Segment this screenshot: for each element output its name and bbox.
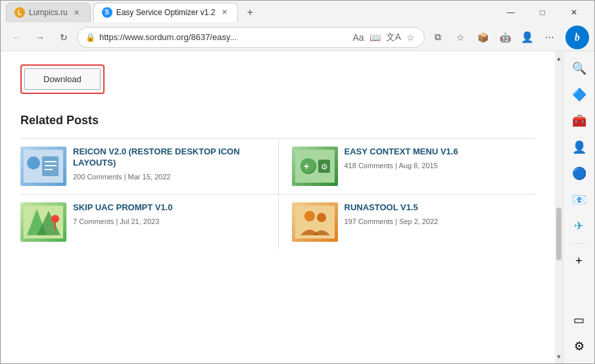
related-post-2[interactable]: + ⚙ EASY CONTEXT MENU V1.6 418 Comments … xyxy=(278,138,536,194)
sidebar-divider xyxy=(571,243,587,244)
related-posts-grid: REICON V2.0 (RESTORE DESKTOP ICON LAYOUT… xyxy=(20,138,535,250)
sidebar-compose-icon[interactable]: 🔷 xyxy=(567,83,591,106)
favorites-icon[interactable]: ☆ xyxy=(405,31,416,44)
back-button[interactable]: ← xyxy=(6,27,27,48)
tab1-close[interactable]: ✕ xyxy=(72,7,82,18)
svg-text:⚙: ⚙ xyxy=(321,162,328,171)
post2-thumbnail: + ⚙ xyxy=(292,147,338,186)
sidebar-send-icon[interactable]: ✈ xyxy=(567,214,591,238)
post3-thumbnail xyxy=(20,202,66,242)
scroll-thumb[interactable] xyxy=(556,208,561,260)
download-button-wrapper: Download xyxy=(20,64,105,94)
new-tab-button[interactable]: + xyxy=(241,3,259,22)
post2-info: EASY CONTEXT MENU V1.6 418 Comments | Au… xyxy=(345,147,536,170)
post3-title: SKIP UAC PROMPT V1.0 xyxy=(73,202,265,214)
tab-easy-service[interactable]: S Easy Service Optimizer v1.2 ✕ xyxy=(93,3,239,22)
scroll-up-arrow[interactable]: ▲ xyxy=(555,53,563,64)
profile-btn[interactable]: 👤 xyxy=(517,27,538,48)
post3-info: SKIP UAC PROMPT V1.0 7 Comments | Jul 21… xyxy=(73,202,265,225)
translate-icon[interactable]: 文A xyxy=(385,30,402,45)
bing-logo: b xyxy=(575,32,580,43)
post2-title: EASY CONTEXT MENU V1.6 xyxy=(345,147,536,158)
scroll-down-arrow[interactable]: ▼ xyxy=(555,351,563,362)
sidebar-settings-icon[interactable]: ⚙ xyxy=(567,334,591,358)
bing-button[interactable]: b xyxy=(565,26,589,49)
refresh-button[interactable]: ↻ xyxy=(53,27,74,48)
content-area: Download Related Posts xyxy=(1,51,594,363)
window-controls: — □ ✕ xyxy=(496,3,589,22)
download-button[interactable]: Download xyxy=(24,68,101,90)
title-bar: L Lumpics.ru ✕ S Easy Service Optimizer … xyxy=(1,1,594,24)
post1-info: REICON V2.0 (RESTORE DESKTOP ICON LAYOUT… xyxy=(73,147,265,181)
svg-point-18 xyxy=(304,211,315,221)
page-scrollbar[interactable]: ▲ ▼ xyxy=(555,51,563,363)
maximize-button[interactable]: □ xyxy=(527,3,558,22)
more-options-btn[interactable]: ⋯ xyxy=(539,27,560,48)
related-posts-section: Related Posts xyxy=(20,114,535,250)
lock-icon: 🔒 xyxy=(85,33,95,42)
post2-date: Aug 8, 2015 xyxy=(398,162,437,170)
post2-meta: 418 Comments | Aug 8, 2015 xyxy=(345,162,536,170)
post1-title: REICON V2.0 (RESTORE DESKTOP ICON LAYOUT… xyxy=(73,147,265,169)
sidebar-search-icon[interactable]: 🔍 xyxy=(567,57,591,80)
tab2-close[interactable]: ✕ xyxy=(219,7,229,18)
related-posts-title: Related Posts xyxy=(20,114,535,130)
svg-point-1 xyxy=(27,156,40,170)
close-button[interactable]: ✕ xyxy=(559,3,589,22)
sidebar-add-icon[interactable]: + xyxy=(567,249,591,273)
tab-lumpics[interactable]: L Lumpics.ru ✕ xyxy=(6,3,91,22)
post4-date: Sep 2, 2022 xyxy=(399,217,438,225)
post4-title: RUNASTOOL V1.5 xyxy=(345,202,536,214)
post1-meta: 200 Comments | Mar 15, 2022 xyxy=(73,173,265,181)
svg-point-15 xyxy=(51,215,59,223)
post4-thumbnail xyxy=(292,202,338,242)
tab2-favicon: S xyxy=(102,7,112,18)
related-post-3[interactable]: SKIP UAC PROMPT V1.0 7 Comments | Jul 21… xyxy=(20,194,278,250)
tab1-title: Lumpics.ru xyxy=(29,8,68,17)
scroll-track[interactable] xyxy=(555,64,563,351)
post3-comments: 7 Comments xyxy=(73,217,114,225)
copilot-btn[interactable]: 🤖 xyxy=(494,27,515,48)
post4-meta: 197 Comments | Sep 2, 2022 xyxy=(345,217,536,225)
related-post-4[interactable]: RUNASTOOL V1.5 197 Comments | Sep 2, 202… xyxy=(278,194,536,250)
navigation-bar: ← → ↻ 🔒 https://www.sordum.org/8637/easy… xyxy=(1,24,594,51)
read-mode-icon[interactable]: Aa xyxy=(352,31,366,44)
sidebar-tools-icon[interactable]: 🧰 xyxy=(567,109,591,133)
post2-comments: 418 Comments xyxy=(345,162,394,170)
post1-date: Mar 15, 2022 xyxy=(128,173,171,181)
tab2-title: Easy Service Optimizer v1.2 xyxy=(116,8,216,17)
related-post-1[interactable]: REICON V2.0 (RESTORE DESKTOP ICON LAYOUT… xyxy=(20,138,278,194)
url-text: https://www.sordum.org/8637/easy... xyxy=(99,32,348,42)
bing-sidebar: 🔍 🔷 🧰 👤 🔵 📧 ✈ + ▭ ⚙ xyxy=(563,51,594,363)
post3-date: Jul 21, 2023 xyxy=(120,217,159,225)
favorites-toolbar-btn[interactable]: ☆ xyxy=(450,27,471,48)
post3-meta: 7 Comments | Jul 21, 2023 xyxy=(73,217,265,225)
minimize-button[interactable]: — xyxy=(496,3,526,22)
sidebar-outlook-icon[interactable]: 📧 xyxy=(567,188,591,212)
toolbar-icons: ⧉ ☆ 📦 🤖 👤 ⋯ xyxy=(427,27,560,48)
collections-btn[interactable]: 📦 xyxy=(472,27,493,48)
sidebar-person-icon[interactable]: 👤 xyxy=(567,135,591,159)
address-icons: Aa 📖 文A ☆ xyxy=(352,30,416,45)
address-bar[interactable]: 🔒 https://www.sordum.org/8637/easy... Aa… xyxy=(77,27,425,48)
svg-point-19 xyxy=(317,213,326,222)
sidebar-orbit-icon[interactable]: 🔵 xyxy=(567,162,591,185)
svg-text:+: + xyxy=(304,161,309,171)
browser-window: L Lumpics.ru ✕ S Easy Service Optimizer … xyxy=(0,0,595,364)
post1-comments: 200 Comments xyxy=(73,173,122,181)
split-screen-btn[interactable]: ⧉ xyxy=(427,27,448,48)
post4-info: RUNASTOOL V1.5 197 Comments | Sep 2, 202… xyxy=(345,202,536,225)
page-content: Download Related Posts xyxy=(1,51,555,363)
forward-button[interactable]: → xyxy=(30,27,51,48)
sidebar-split-icon[interactable]: ▭ xyxy=(567,308,591,332)
download-section: Download xyxy=(20,64,535,94)
post4-comments: 197 Comments xyxy=(345,217,394,225)
tab1-favicon: L xyxy=(14,7,25,18)
immersive-reader-icon[interactable]: 📖 xyxy=(368,31,382,44)
post1-thumbnail xyxy=(20,147,66,186)
